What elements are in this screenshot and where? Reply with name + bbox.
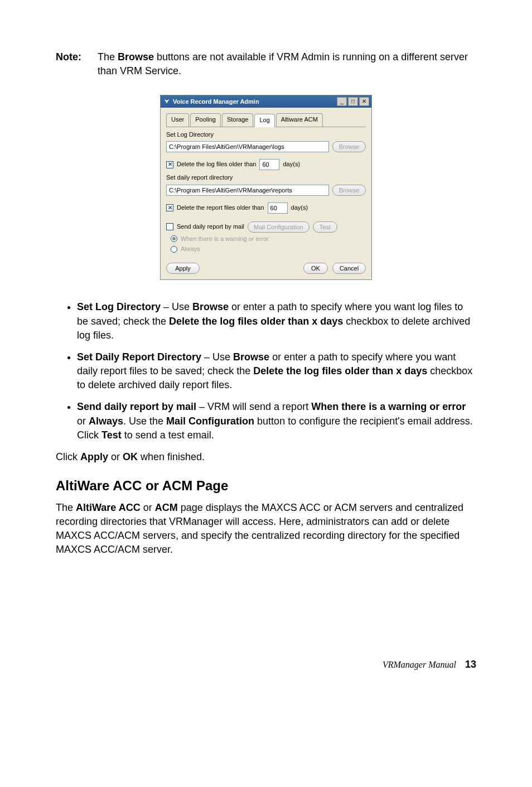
b3-bold5: Test [101, 429, 122, 441]
close-icon: ✕ [362, 98, 366, 105]
set-report-dir-label: Set daily report directory [166, 173, 366, 182]
b2-m1: – Use [201, 351, 233, 363]
bullet-2: Set Daily Report Directory – Use Browse … [77, 350, 476, 393]
b2-bold3: Delete the log files older than x days [253, 365, 427, 376]
delete-logs-checkbox[interactable]: ✕ [166, 161, 173, 168]
delete-logs-label: Delete the log files older than [177, 160, 256, 168]
maximize-button[interactable]: □ [348, 97, 358, 106]
note-text-prefix: The [98, 51, 118, 62]
dialog-footer: Apply OK Cancel [166, 255, 366, 274]
titlebar-left: Voice Record Manager Admin [163, 98, 259, 106]
set-log-dir-label: Set Log Directory [166, 131, 366, 139]
tab-pooling[interactable]: Pooling [190, 113, 221, 126]
radio-warning-label: When there is a warning or error [181, 235, 269, 243]
tab-row: User Pooling Storage Log Altiware ACM [166, 113, 366, 127]
report-dir-input[interactable] [166, 185, 329, 196]
b3-m1: – VRM will send a report [196, 401, 311, 412]
radio-warning[interactable] [171, 235, 177, 242]
days-suffix-2: day(s) [291, 204, 308, 212]
tab-log[interactable]: Log [254, 114, 274, 127]
note-label: Note: [56, 50, 98, 78]
dialog-window: Voice Record Manager Admin _ □ ✕ User Po… [160, 95, 372, 280]
send-mail-label: Send daily report by mail [177, 223, 244, 231]
days-suffix-1: day(s) [283, 160, 300, 168]
dialog-screenshot: Voice Record Manager Admin _ □ ✕ User Po… [56, 95, 476, 280]
send-mail-row: ✕ Send daily report by mail Mail Configu… [166, 221, 366, 233]
footer-title: VRManager Manual [383, 659, 456, 671]
delete-logs-row: ✕ Delete the log files older than day(s) [166, 159, 366, 170]
browse-log-button[interactable]: Browse [332, 141, 366, 152]
radio-always[interactable] [171, 246, 177, 253]
ao-post: when finished. [138, 451, 205, 462]
delete-reports-label: Delete the report files older than [177, 204, 264, 212]
b3-m3: . Use the [123, 416, 166, 427]
section-heading: AltiWare ACC or ACM Page [56, 476, 476, 495]
app-icon [163, 98, 171, 105]
ao-b1: Apply [80, 451, 108, 462]
page-footer: VRManager Manual 13 [56, 658, 476, 672]
tab-storage[interactable]: Storage [222, 113, 254, 126]
apply-button[interactable]: Apply [166, 263, 200, 274]
report-dir-row: Browse [166, 185, 366, 196]
note-text-bold: Browse [118, 51, 154, 62]
ok-button[interactable]: OK [303, 263, 328, 274]
sp-pre: The [56, 502, 76, 513]
titlebar-buttons: _ □ ✕ [337, 97, 369, 106]
b1-bold2: Browse [192, 301, 229, 312]
radio-warning-row: When there is a warning or error [171, 235, 366, 243]
delete-reports-row: ✕ Delete the report files older than day… [166, 202, 366, 214]
radio-always-label: Always [181, 245, 200, 253]
bullet-1: Set Log Directory – Use Browse or enter … [77, 300, 476, 342]
b2-bold1: Set Daily Report Directory [77, 351, 201, 363]
section-paragraph: The AltiWare ACC or ACM page displays th… [56, 501, 476, 557]
test-button[interactable]: Test [313, 221, 337, 233]
ao-mid: or [108, 451, 123, 462]
window-title: Voice Record Manager Admin [173, 98, 259, 106]
delete-logs-days-input[interactable] [259, 159, 279, 170]
sp-b1: AltiWare ACC [76, 502, 141, 513]
log-dir-row: Browse [166, 141, 366, 152]
note-text: The Browse buttons are not available if … [98, 50, 476, 78]
close-button[interactable]: ✕ [359, 97, 369, 106]
minimize-button[interactable]: _ [337, 97, 347, 106]
apply-ok-paragraph: Click Apply or OK when finished. [56, 450, 476, 464]
b2-bold2: Browse [233, 351, 269, 363]
browse-report-button[interactable]: Browse [332, 185, 366, 196]
b3-tail: to send a test email. [122, 429, 214, 441]
b3-bold4: Mail Configuration [166, 416, 254, 427]
send-mail-checkbox[interactable]: ✕ [166, 223, 173, 230]
delete-reports-days-input[interactable] [268, 202, 288, 214]
maximize-icon: □ [351, 98, 355, 105]
tab-user[interactable]: User [166, 113, 189, 126]
note-row: Note: The Browse buttons are not availab… [56, 50, 476, 78]
bullet-list: Set Log Directory – Use Browse or enter … [56, 300, 476, 442]
dialog-body: User Pooling Storage Log Altiware ACM Se… [161, 108, 371, 279]
b3-bold3: Always [89, 416, 123, 427]
cancel-button[interactable]: Cancel [332, 263, 366, 274]
sp-b2: ACM [155, 502, 178, 513]
radio-always-row: Always [171, 245, 366, 253]
b3-bold1: Send daily report by mail [77, 401, 196, 412]
delete-reports-checkbox[interactable]: ✕ [166, 204, 173, 211]
minimize-icon: _ [340, 98, 344, 105]
tab-altiware[interactable]: Altiware ACM [276, 113, 323, 126]
footer-page-number: 13 [465, 658, 476, 672]
log-dir-input[interactable] [166, 141, 329, 152]
bullet-3: Send daily report by mail – VRM will sen… [77, 400, 476, 442]
titlebar: Voice Record Manager Admin _ □ ✕ [161, 95, 371, 108]
b1-m1: – Use [161, 301, 192, 312]
b3-bold2: When there is a warning or error [311, 401, 466, 412]
b1-bold3: Delete the log files older than x days [169, 316, 343, 327]
ao-b2: OK [123, 451, 138, 462]
sp-m1: or [141, 502, 155, 513]
b3-m2: or [77, 416, 89, 427]
ao-pre: Click [56, 451, 80, 462]
b1-bold1: Set Log Directory [77, 301, 161, 312]
mail-config-button[interactable]: Mail Configuration [248, 221, 309, 233]
